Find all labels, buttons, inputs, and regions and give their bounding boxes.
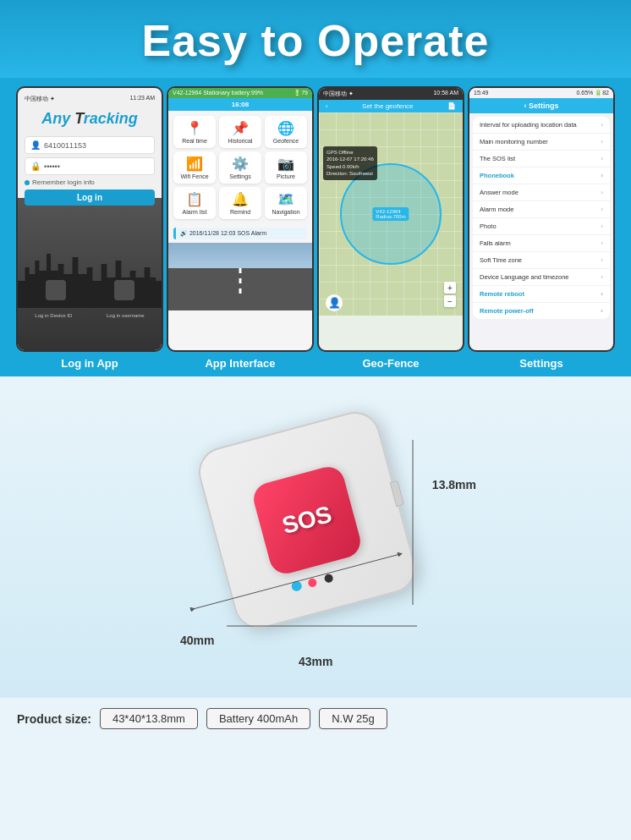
settings-answer-label: Answer mode (480, 189, 519, 196)
tab1-label: Log in Device ID (35, 313, 72, 318)
settings-nav-bar: ‹ Settings (469, 98, 613, 113)
led-blue (290, 579, 303, 592)
realtime-icon: 📍 (176, 120, 213, 136)
settings-item-falls[interactable]: Falls alarm › (473, 235, 610, 252)
grid-navigation[interactable]: 🗺️ Navigation (265, 187, 307, 219)
geo-info-box: GPS Offline 2016-12-07 17:20:46 Speed:0.… (323, 146, 377, 180)
geo-save-icon[interactable]: 📄 (447, 102, 456, 110)
settings-item-monitoring[interactable]: Main monitoring number › (473, 134, 610, 151)
alarmlist-icon: 📋 (176, 191, 213, 207)
picture-label: Picture (267, 173, 305, 179)
wififence-icon: 📶 (176, 156, 213, 172)
remember-label: Remember login info (32, 178, 95, 186)
sos-text: SOS (279, 501, 334, 540)
login-button[interactable]: Log in (25, 189, 155, 206)
height-value: 13.8mm (432, 478, 476, 491)
navigation-icon: 🗺️ (267, 191, 305, 207)
geo-info-line4: Direction: Southwest (326, 170, 374, 177)
page-title: Easy to Operate (8, 15, 623, 66)
settings-poweroff-arrow: › (601, 307, 603, 315)
settings-reboot-label: Remote reboot (480, 290, 524, 298)
settings-answer-arrow: › (601, 189, 603, 196)
login-bottom-tabs (18, 277, 162, 304)
navigation-label: Navigation (267, 209, 305, 215)
settings-item-photo[interactable]: Photo › (473, 218, 610, 235)
login-logo: Any Tracking (25, 110, 155, 128)
settings-item-phonebook[interactable]: Phonebook › (473, 167, 610, 184)
road-lines (239, 268, 242, 298)
settings-item-alarm[interactable]: Alarm mode › (473, 201, 610, 218)
settings-item-poweroff[interactable]: Remote power-off › (473, 303, 610, 319)
road-background (168, 243, 312, 310)
spec-battery-badge: Battery 400mAh (206, 708, 310, 729)
led-black (324, 574, 334, 584)
login-remember[interactable]: Remember login info (25, 178, 155, 186)
settings-item-answer[interactable]: Answer mode › (473, 184, 610, 201)
settings-label: Settings (222, 173, 259, 179)
user-icon: 👤 (30, 140, 41, 150)
settings-falls-arrow: › (601, 239, 603, 247)
grid-historical[interactable]: 📌 Historical (219, 116, 261, 148)
usb-port (390, 480, 404, 508)
geofence-label: Geofence (267, 138, 305, 144)
login-status-bar: 中国移动 ✦ 11:23 AM (25, 95, 155, 103)
alarmlist-label: Alarm list (176, 209, 213, 215)
geo-back-icon[interactable]: ‹ (326, 102, 328, 110)
tab-device-id[interactable] (46, 280, 66, 300)
geo-map: V42-12964 Radius:700m GPS Offline 2016-1… (319, 113, 463, 316)
login-password-field[interactable]: 🔒 •••••• (25, 157, 155, 175)
sos-button[interactable]: SOS (250, 464, 365, 578)
app-nav-bar: 16:08 (168, 98, 312, 111)
grid-alarmlist[interactable]: 📋 Alarm list (173, 187, 216, 219)
settings-item-interval[interactable]: Interval for uploading location data › (473, 117, 610, 134)
geo-nav-title: Set the geofence (362, 102, 414, 110)
settings-item-language[interactable]: Device Language and timezone › (473, 269, 610, 286)
dim-40mm-label: 40mm (180, 634, 214, 647)
app-status-bar: V42-12964 Stationary battery:99% 🔋79 (168, 88, 312, 98)
screenshot-geo: 中国移动 ✦ 10:58 AM ‹ Set the geofence 📄 V42… (317, 86, 464, 376)
settings-item-sos[interactable]: The SOS list › (473, 151, 610, 167)
settings-list: Interval for uploading location data › M… (473, 117, 610, 319)
remind-label: Remind (222, 209, 259, 215)
settings-photo-label: Photo (480, 222, 497, 230)
battery-icon: 🔋79 (294, 90, 308, 96)
status-time: 11:23 AM (129, 95, 155, 103)
specs-bar: Product size: 43*40*13.8mm Battery 400mA… (0, 698, 631, 739)
settings-item-timezone[interactable]: Soft Time zone › (473, 252, 610, 269)
grid-wififence[interactable]: 📶 Wifi Fence (173, 151, 216, 184)
app-grid: 📍 Real time 📌 Historical 🌐 Geofence (168, 111, 312, 224)
login-username-field[interactable]: 👤 6410011153 (25, 136, 155, 154)
zoom-in-button[interactable]: + (444, 282, 456, 294)
geo-marker: V42-12964 Radius:700m (372, 207, 409, 221)
grid-remind[interactable]: 🔔 Remind (219, 187, 261, 219)
settings-screen: 15:49 0.65% 🔋82 ‹ Settings Interval for … (469, 88, 613, 350)
length-value: 43mm (299, 655, 332, 668)
settings-back-icon[interactable]: ‹ (524, 102, 526, 110)
settings-language-arrow: › (601, 273, 603, 281)
road-sky (168, 243, 312, 268)
remember-dot (25, 180, 30, 185)
password-value: •••••• (44, 162, 60, 171)
wififence-label: Wifi Fence (176, 173, 213, 179)
geofence-icon: 🌐 (267, 120, 305, 136)
grid-geofence[interactable]: 🌐 Geofence (265, 116, 307, 148)
settings-icon: ⚙️ (222, 156, 259, 172)
settings-item-reboot[interactable]: Remote reboot › (473, 286, 610, 303)
grid-settings[interactable]: ⚙️ Settings (219, 151, 261, 184)
settings-photo-arrow: › (601, 222, 603, 230)
geo-status-bar: 中国移动 ✦ 10:58 AM (319, 88, 463, 100)
zoom-out-button[interactable]: − (444, 295, 456, 307)
tab-username[interactable] (114, 280, 134, 300)
grid-realtime[interactable]: 📍 Real time (173, 116, 216, 148)
settings-frame: 15:49 0.65% 🔋82 ‹ Settings Interval for … (468, 86, 615, 352)
geo-person-icon: 👤 (326, 294, 343, 311)
settings-alarm-label: Alarm mode (480, 206, 513, 213)
settings-phonebook-arrow: › (601, 172, 603, 179)
app-nav-time: 16:08 (232, 101, 249, 108)
dim-43mm-label: 43mm (299, 655, 332, 668)
grid-picture[interactable]: 📷 Picture (265, 151, 307, 184)
realtime-label: Real time (176, 138, 213, 144)
screenshot-app: V42-12964 Stationary battery:99% 🔋79 16:… (167, 86, 314, 376)
settings-interval-label: Interval for uploading location data (480, 121, 577, 129)
settings-falls-label: Falls alarm (480, 239, 511, 247)
